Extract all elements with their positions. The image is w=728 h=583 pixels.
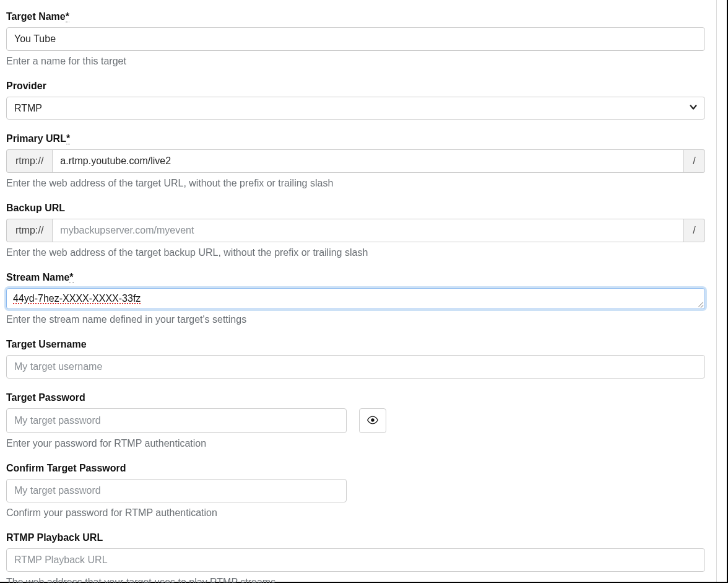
label-text: Target Name <box>6 11 66 22</box>
eye-icon <box>366 416 379 426</box>
field-backup-url: Backup URL rtmp:// / Enter the web addre… <box>6 203 705 258</box>
stream-name-input[interactable]: 44yd-7hez-XXXX-XXXX-33fz <box>6 288 705 309</box>
form-body: Target Name* Enter a name for this targe… <box>0 0 717 582</box>
stream-name-help: Enter the stream name defined in your ta… <box>6 314 705 325</box>
field-target-name: Target Name* Enter a name for this targe… <box>6 11 705 67</box>
backup-url-prefix: rtmp:// <box>6 219 52 242</box>
backup-url-input[interactable] <box>52 219 684 242</box>
label-text: Stream Name <box>6 272 69 283</box>
target-username-label: Target Username <box>6 339 705 350</box>
backup-url-label: Backup URL <box>6 203 705 214</box>
toggle-password-visibility-button[interactable] <box>359 408 386 433</box>
playback-url-help: The web address that your target uses to… <box>6 577 705 583</box>
target-name-input[interactable] <box>6 27 705 51</box>
field-target-username: Target Username <box>6 339 705 379</box>
target-name-label: Target Name* <box>6 11 705 22</box>
target-password-input[interactable] <box>6 408 347 433</box>
svg-point-0 <box>371 418 374 421</box>
resize-handle-icon <box>696 300 703 307</box>
form-panel: Target Name* Enter a name for this targe… <box>0 0 728 583</box>
required-marker: * <box>69 272 73 283</box>
stream-name-label: Stream Name* <box>6 272 705 283</box>
confirm-password-help: Confirm your password for RTMP authentic… <box>6 507 705 519</box>
playback-url-input[interactable] <box>6 548 705 572</box>
provider-select-wrap: RTMP <box>6 97 705 120</box>
field-confirm-password: Confirm Target Password Confirm your pas… <box>6 463 705 519</box>
primary-url-input[interactable] <box>52 149 684 173</box>
target-name-help: Enter a name for this target <box>6 56 705 67</box>
target-password-help: Enter your password for RTMP authenticat… <box>6 438 705 449</box>
target-password-label: Target Password <box>6 392 705 403</box>
field-primary-url: Primary URL* rtmp:// / Enter the web add… <box>6 133 705 189</box>
primary-url-label: Primary URL* <box>6 133 705 144</box>
primary-url-suffix: / <box>684 149 705 173</box>
primary-url-group: rtmp:// / <box>6 149 705 173</box>
primary-url-prefix: rtmp:// <box>6 149 52 173</box>
backup-url-help: Enter the web address of the target back… <box>6 247 705 258</box>
field-stream-name: Stream Name* 44yd-7hez-XXXX-XXXX-33fz En… <box>6 272 705 325</box>
target-username-input[interactable] <box>6 355 705 379</box>
label-text: Primary URL <box>6 133 66 144</box>
provider-select[interactable]: RTMP <box>6 97 705 120</box>
provider-label: Provider <box>6 81 705 92</box>
backup-url-group: rtmp:// / <box>6 219 705 242</box>
field-target-password: Target Password Enter your password for … <box>6 392 705 449</box>
required-marker: * <box>66 133 70 144</box>
required-marker: * <box>66 11 69 22</box>
confirm-password-label: Confirm Target Password <box>6 463 705 474</box>
playback-url-label: RTMP Playback URL <box>6 532 705 543</box>
field-provider: Provider RTMP <box>6 81 705 120</box>
target-password-row <box>6 408 705 433</box>
stream-name-value: 44yd-7hez-XXXX-XXXX-33fz <box>13 293 141 304</box>
primary-url-help: Enter the web address of the target URL,… <box>6 178 705 189</box>
backup-url-suffix: / <box>684 219 705 242</box>
field-playback-url: RTMP Playback URL The web address that y… <box>6 532 705 583</box>
confirm-password-input[interactable] <box>6 479 347 502</box>
